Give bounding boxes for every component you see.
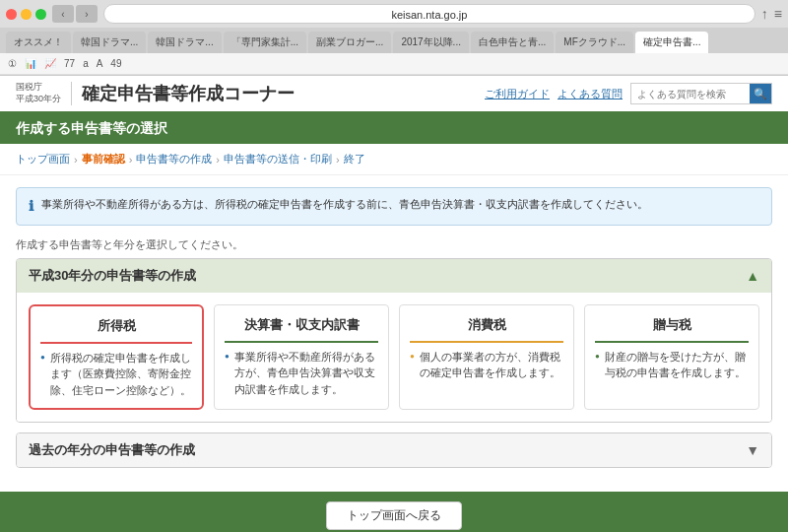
card-kessansho-title: 決算書・収支内訳書 — [225, 315, 378, 343]
card-kessansho-item: 事業所得や不動産所得がある方が、青色申告決算書や収支内訳書を作成します。 — [225, 349, 378, 398]
card-zoyozei-item: 財産の贈与を受けた方が、贈与税の申告書を作成します。 — [595, 349, 749, 381]
green-nav: 作成する申告書等の選択 — [0, 114, 788, 144]
bookmark-6[interactable]: 49 — [110, 58, 121, 69]
green-nav-title: 作成する申告書等の選択 — [16, 120, 167, 136]
info-text: 事業所得や不動産所得がある方は、所得税の確定申告書を作成する前に、青色申告決算書… — [41, 196, 648, 213]
card-zoyozei-body: 財産の贈与を受けた方が、贈与税の申告書を作成します。 — [595, 349, 749, 381]
bookmark-5[interactable]: A — [97, 58, 103, 69]
forward-arrow[interactable]: › — [76, 5, 98, 23]
browser-icons: ↑ ≡ — [761, 6, 782, 22]
breadcrumb: トップ画面 › 事前確認 › 申告書等の作成 › 申告書等の送信・印刷 › 終了 — [0, 144, 788, 175]
tab-4[interactable]: 副業ブロガー... — [308, 32, 391, 53]
bookmark-0[interactable]: ① — [8, 58, 17, 69]
close-btn[interactable] — [6, 9, 17, 20]
guide-link[interactable]: ご利用ガイド — [485, 87, 550, 101]
past-section: 過去の年分の申告書等の作成 ▼ — [16, 432, 772, 468]
cards-body: 所得税 所得税の確定申告書を作成します（医療費控除、寄附金控除、住宅ローン控除な… — [17, 293, 771, 422]
bookmark-3[interactable]: 77 — [64, 58, 75, 69]
info-box: ℹ 事業所得や不動産所得がある方は、所得税の確定申告書を作成する前に、青色申告決… — [16, 187, 772, 226]
tab-0[interactable]: オススメ！ — [6, 32, 71, 53]
cards-section: 平成30年分の申告書等の作成 ▲ 所得税 所得税の確定申告書を作成します（医療費… — [16, 258, 772, 423]
search-input[interactable] — [631, 84, 750, 103]
tab-1[interactable]: 韓国ドラマ... — [73, 32, 146, 53]
info-icon: ℹ — [29, 196, 33, 217]
bookmark-1[interactable]: 📊 — [25, 58, 36, 69]
menu-icon[interactable]: ≡ — [774, 6, 782, 22]
search-box: 🔍 — [630, 83, 772, 104]
cards-section-header[interactable]: 平成30年分の申告書等の作成 ▲ — [17, 259, 771, 293]
card-shotoku-title: 所得税 — [40, 316, 192, 344]
back-arrow[interactable]: ‹ — [52, 5, 74, 23]
search-button[interactable]: 🔍 — [750, 84, 771, 103]
share-icon[interactable]: ↑ — [761, 6, 768, 22]
page-content: 国税庁 平成30年分 確定申告書等作成コーナー ご利用ガイド よくある質問 🔍 … — [0, 76, 788, 532]
breadcrumb-top[interactable]: トップ画面 — [16, 152, 70, 166]
page-header: 国税庁 平成30年分 確定申告書等作成コーナー ご利用ガイド よくある質問 🔍 — [0, 76, 788, 114]
tab-3[interactable]: 「専門家集計... — [224, 32, 306, 53]
nta-logo: 国税庁 平成30年分 — [16, 82, 61, 104]
cards-section-title: 平成30年分の申告書等の作成 — [29, 267, 196, 285]
tab-5[interactable]: 2017年以降... — [393, 32, 469, 53]
bottom-bar: トップ画面へ戻る — [0, 492, 788, 532]
page-title: 確定申告書等作成コーナー — [71, 82, 295, 105]
bookmarks-bar: ① 📊 📈 77 a A 49 — [0, 53, 788, 75]
bookmark-4[interactable]: a — [83, 58, 89, 69]
tab-2[interactable]: 韓国ドラマ... — [148, 32, 221, 53]
faq-link[interactable]: よくある質問 — [558, 87, 623, 101]
card-zoyozei[interactable]: 贈与税 財産の贈与を受けた方が、贈与税の申告書を作成します。 — [584, 304, 759, 410]
past-section-header[interactable]: 過去の年分の申告書等の作成 ▼ — [17, 433, 771, 467]
maximize-btn[interactable] — [35, 9, 46, 20]
card-kessansho-body: 事業所得や不動産所得がある方が、青色申告決算書や収支内訳書を作成します。 — [225, 349, 378, 398]
card-shohizei[interactable]: 消費税 個人の事業者の方が、消費税の確定申告書を作成します。 — [399, 304, 574, 410]
tabs-bar: オススメ！ 韓国ドラマ... 韓国ドラマ... 「専門家集計... 副業ブロガー… — [0, 28, 788, 53]
tab-7[interactable]: MFクラウド... — [556, 32, 633, 53]
main-content: ℹ 事業所得や不動産所得がある方は、所得税の確定申告書を作成する前に、青色申告決… — [0, 175, 788, 492]
nav-arrows: ‹ › — [52, 5, 98, 23]
minimize-btn[interactable] — [21, 9, 32, 20]
card-shohizei-title: 消費税 — [410, 315, 563, 343]
breadcrumb-jizen[interactable]: 事前確認 — [82, 152, 125, 166]
card-shotoku-item: 所得税の確定申告書を作成します（医療費控除、寄附金控除、住宅ローン控除など）。 — [40, 350, 192, 399]
browser-window-buttons — [6, 9, 46, 20]
card-shotoku[interactable]: 所得税 所得税の確定申告書を作成します（医療費控除、寄附金控除、住宅ローン控除な… — [29, 304, 204, 410]
breadcrumb-sofu[interactable]: 申告書等の送信・印刷 — [224, 152, 332, 166]
address-bar[interactable]: keisan.nta.go.jp — [103, 4, 755, 24]
past-section-title: 過去の年分の申告書等の作成 — [29, 441, 195, 459]
tab-6[interactable]: 白色申告と青... — [471, 32, 554, 53]
breadcrumb-sakusei[interactable]: 申告書等の作成 — [136, 152, 212, 166]
card-shohizei-body: 個人の事業者の方が、消費税の確定申告書を作成します。 — [410, 349, 563, 381]
browser-top-bar: ‹ › keisan.nta.go.jp ↑ ≡ — [0, 0, 788, 28]
card-shohizei-item: 個人の事業者の方が、消費税の確定申告書を作成します。 — [410, 349, 563, 381]
back-to-top-button[interactable]: トップ画面へ戻る — [326, 501, 462, 530]
card-kessansho[interactable]: 決算書・収支内訳書 事業所得や不動産所得がある方が、青色申告決算書や収支内訳書を… — [214, 304, 389, 410]
header-links: ご利用ガイド よくある質問 🔍 — [485, 83, 772, 104]
section-label: 作成する申告書等と年分を選択してください。 — [16, 237, 772, 252]
bookmark-2[interactable]: 📈 — [44, 58, 56, 69]
breadcrumb-end: 終了 — [344, 152, 365, 166]
tab-active[interactable]: 確定申告書... — [635, 32, 708, 53]
card-shotoku-body: 所得税の確定申告書を作成します（医療費控除、寄附金控除、住宅ローン控除など）。 — [40, 350, 192, 399]
expand-triangle-icon[interactable]: ▼ — [746, 442, 759, 458]
collapse-triangle-icon[interactable]: ▲ — [746, 268, 759, 284]
card-zoyozei-title: 贈与税 — [595, 315, 749, 343]
